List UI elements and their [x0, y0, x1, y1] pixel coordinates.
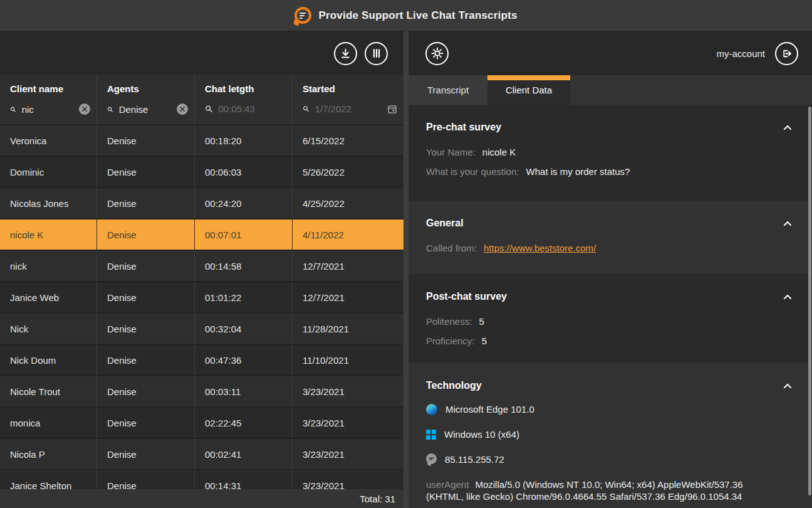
cell-started: 5/26/2022 — [293, 157, 403, 187]
chevron-up-icon — [783, 125, 792, 130]
tab-label: Transcript — [427, 85, 469, 95]
gear-icon — [431, 47, 444, 60]
cell-agent: Denise — [97, 439, 195, 469]
cell-agent: Denise — [97, 345, 195, 375]
logout-icon — [781, 48, 793, 60]
provide-support-logo-icon — [294, 7, 311, 24]
started-filter-input[interactable] — [315, 103, 382, 114]
tab-transcript[interactable]: Transcript — [409, 75, 487, 105]
table-header-row: Client name Agents — [0, 75, 403, 125]
field-label: Your Name: — [426, 147, 476, 157]
column-label: Client name — [10, 83, 90, 94]
logout-button[interactable] — [775, 42, 798, 65]
settings-button[interactable] — [425, 42, 449, 65]
cell-chat-length: 00:02:41 — [195, 439, 293, 469]
tab-client-data[interactable]: Client Data — [487, 75, 570, 105]
app-title: Provide Support Live Chat Transcripts — [318, 9, 517, 22]
detail-tabs: Transcript Client Data — [409, 75, 812, 105]
column-header-agents: Agents — [97, 75, 195, 124]
total-count: Total: 31 — [360, 494, 395, 504]
client-data-panel: my-account Transcript Client Data Pre-ch… — [409, 31, 812, 508]
client-data-content: Pre-chat survey Your Name: nicole K What… — [409, 105, 812, 508]
table-footer: Total: 31 — [0, 489, 403, 508]
collapse-section-button[interactable] — [782, 220, 793, 228]
section-general: General Called from: https://www.beststo… — [409, 201, 812, 274]
collapse-section-button[interactable] — [782, 124, 793, 132]
column-label: Agents — [107, 83, 188, 94]
cell-agent: Denise — [97, 314, 195, 344]
table-row[interactable]: Nick Doum Denise 00:47:36 11/10/2021 — [0, 345, 403, 376]
table-row[interactable]: monica Denise 02:22:45 3/23/2021 — [0, 408, 403, 439]
field-value: What is my order status? — [526, 166, 630, 177]
search-icon — [107, 105, 113, 114]
tech-value: Windows 10 (x64) — [444, 429, 519, 440]
cell-started: 4/11/2022 — [293, 220, 403, 250]
cell-chat-length: 02:22:45 — [195, 408, 293, 438]
cell-started: 11/10/2021 — [293, 345, 403, 375]
tech-browser: Microsoft Edge 101.0 — [426, 403, 793, 415]
table-row[interactable]: Nicola P Denise 00:02:41 3/23/2021 — [0, 439, 403, 470]
cell-chat-length: 00:07:01 — [195, 220, 293, 250]
table-row[interactable]: Veronica Denise 00:18:20 6/15/2022 — [0, 125, 403, 157]
clear-filter-button[interactable] — [177, 103, 188, 115]
cell-chat-length: 00:03:11 — [195, 376, 293, 406]
columns-button[interactable] — [365, 42, 388, 65]
download-button[interactable] — [334, 42, 357, 65]
cell-started: 4/25/2022 — [293, 188, 403, 218]
table-row[interactable]: Dominic Denise 00:06:03 5/26/2022 — [0, 157, 403, 188]
cell-client-name: Nick Doum — [0, 345, 97, 375]
field-called-from: Called from: https://www.beststore.com/ — [426, 242, 793, 254]
section-post-chat-survey: Post-chat survey Politeness: 5 Proficien… — [409, 274, 812, 363]
called-from-link[interactable]: https://www.beststore.com/ — [484, 243, 596, 253]
cell-started: 6/15/2022 — [293, 125, 403, 156]
cell-agent: Denise — [97, 220, 195, 250]
edge-browser-icon — [426, 404, 437, 415]
calendar-icon — [387, 104, 397, 114]
column-header-started: Started — [293, 75, 403, 124]
scrollbar[interactable] — [808, 105, 811, 508]
cell-started: 3/23/2021 — [293, 408, 403, 438]
section-title: Pre-chat survey — [426, 122, 501, 133]
table-row-selected[interactable]: nicole K Denise 00:07:01 4/11/2022 — [0, 220, 403, 251]
scrollbar-thumb[interactable] — [808, 107, 811, 495]
table-row[interactable]: Nicole Trout Denise 00:03:11 3/23/2021 — [0, 376, 403, 408]
chevron-up-icon — [783, 221, 792, 226]
table-row[interactable]: Nicolas Jones Denise 00:24:20 4/25/2022 — [0, 188, 403, 220]
client-name-filter-input[interactable] — [22, 104, 73, 115]
field-politeness: Politeness: 5 — [426, 315, 793, 327]
cell-chat-length: 01:01:22 — [195, 282, 293, 312]
cell-agent: Denise — [97, 157, 195, 187]
collapse-section-button[interactable] — [782, 293, 793, 301]
cell-client-name: nicole K — [0, 220, 97, 250]
table-row[interactable]: Janice Web Denise 01:01:22 12/7/2021 — [0, 282, 403, 314]
cell-started: 3/23/2021 — [293, 439, 403, 469]
table-row[interactable]: nick Denise 00:14:58 12/7/2021 — [0, 251, 403, 282]
clear-icon — [82, 107, 87, 112]
tech-os: Windows 10 (x64) — [426, 428, 793, 440]
field-label: Proficiency: — [426, 336, 475, 346]
cell-started: 11/28/2021 — [293, 314, 403, 344]
cell-agent: Denise — [97, 408, 195, 438]
table-row[interactable]: Nick Denise 00:32:04 11/28/2021 — [0, 314, 403, 345]
field-value: 5 — [482, 336, 487, 346]
column-header-client-name: Client name — [0, 75, 97, 124]
transcripts-table: Client name Agents — [0, 75, 403, 502]
cell-client-name: Nicolas Jones — [0, 188, 97, 218]
cell-client-name: nick — [0, 251, 97, 281]
chat-length-filter — [205, 103, 286, 114]
cell-agent: Denise — [97, 282, 195, 312]
calendar-button[interactable] — [387, 104, 397, 114]
chat-length-filter-input[interactable] — [219, 103, 286, 114]
agents-filter — [107, 103, 188, 115]
collapse-section-button[interactable] — [782, 382, 793, 390]
cell-chat-length: 00:32:04 — [195, 314, 293, 344]
cell-chat-length: 00:14:58 — [195, 251, 293, 281]
transcripts-panel: Client name Agents — [0, 31, 403, 508]
cell-client-name: Nicole Trout — [0, 376, 97, 406]
search-icon — [205, 104, 213, 114]
field-your-name: Your Name: nicole K — [426, 146, 793, 158]
section-title: Technology — [426, 380, 482, 391]
column-label: Chat letgth — [205, 83, 286, 94]
agents-filter-input[interactable] — [119, 104, 171, 115]
clear-filter-button[interactable] — [79, 103, 90, 115]
